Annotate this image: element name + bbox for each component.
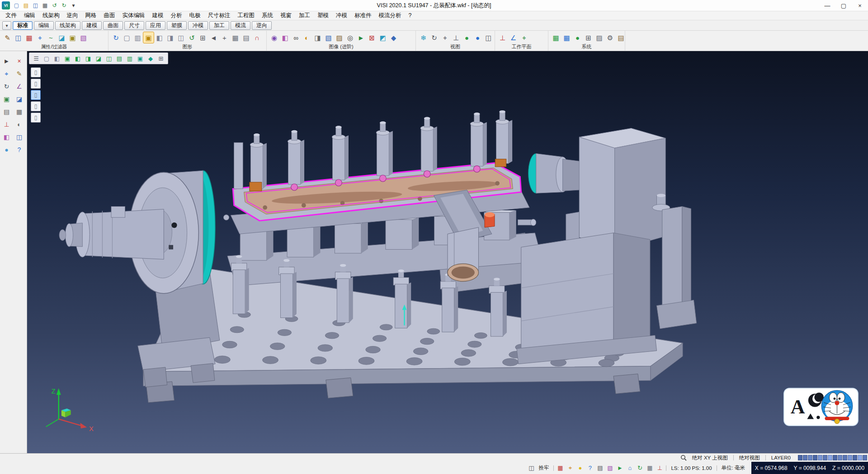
viewport-menu-icon[interactable]: ☰ [31,54,41,63]
menu-item-mesh[interactable]: 网格 [82,11,100,20]
zoom-previous-icon[interactable]: ◄ [208,32,219,43]
open-file-icon[interactable]: ▤ [22,1,30,10]
menu-item-molding[interactable]: 塑模 [314,11,332,20]
layer-swatch-9[interactable] [843,455,847,460]
shade-tool-icon[interactable]: ◐ [14,119,25,130]
shaded-display-icon[interactable]: ▣ [143,32,154,43]
tab-standard[interactable]: 标准 [13,21,33,30]
view-align-icon[interactable]: ⌖ [440,32,450,43]
grid-status-icon[interactable]: ▦ [645,464,654,473]
pan-view-icon[interactable]: + [219,32,230,43]
menu-item-modeling[interactable]: 建模 [149,11,167,20]
lock-toggle-label[interactable]: 拴牢 [536,465,552,471]
color-list-icon[interactable]: ▧ [605,464,614,473]
sphere-tool-icon[interactable]: ● [1,144,12,155]
window-select-icon[interactable]: ▢ [42,54,52,63]
layer-swatch-8[interactable] [838,455,842,460]
clipboard-icon[interactable]: ◫ [14,132,25,142]
zoom-icon[interactable] [680,455,687,461]
tab-apply[interactable]: 应用 [146,21,165,30]
bottom-view-icon[interactable]: ▥ [125,54,135,63]
snap-point-icon[interactable]: ⌖ [1,68,12,79]
absolute-view-button[interactable]: 绝对 XY 上视图 [689,455,731,461]
undo-icon[interactable]: ↺ [50,1,59,10]
light-icon[interactable]: ◐ [302,32,312,43]
hidden-line-icon[interactable]: ▥ [132,32,143,43]
wireframe-display-icon[interactable]: ▢ [122,32,132,43]
shading-toggle-icon[interactable]: ◧ [52,54,62,63]
shade-sphere-icon[interactable]: ● [462,32,472,43]
filter-button-1[interactable]: ▯ [31,67,41,77]
rotate-item-icon[interactable]: ↻ [1,81,12,92]
redo-icon[interactable]: ↻ [60,1,68,10]
filter-custom-icon[interactable]: ▧ [78,32,89,43]
select-icon[interactable]: ► [1,56,12,66]
filter-solids-icon[interactable]: ▣ [67,32,78,43]
layer-swatch-5[interactable] [823,455,827,460]
clip-plane-icon[interactable]: ◆ [388,32,399,43]
tab-modeling[interactable]: 建模 [82,21,102,30]
view-normal-icon[interactable]: ⊥ [451,32,461,43]
texture-icon[interactable]: ▨ [334,32,344,43]
front-view-icon[interactable]: ◧ [73,54,83,63]
toolbar-style-dropdown-icon[interactable]: ▾ [2,21,11,30]
measure-angle-icon[interactable]: ∠ [14,81,25,92]
menu-item-drawing[interactable]: 工程图 [234,11,259,20]
right-view-icon[interactable]: ◪ [94,54,104,63]
background-icon[interactable]: ▧ [323,32,334,43]
filter-surfaces-icon[interactable]: ◪ [57,32,67,43]
attribute-table-icon[interactable]: ▤ [241,32,251,43]
menu-item-standard-parts[interactable]: 标准件 [351,11,375,20]
attribute-copy-icon[interactable]: ◫ [13,32,24,43]
menu-item-system[interactable]: 系统 [258,11,277,20]
help-prompt-icon[interactable]: ? [585,464,594,473]
layer-swatch-4[interactable] [818,455,822,460]
system-sphere-icon[interactable]: ● [572,32,583,43]
back-view-icon[interactable]: ▤ [114,54,124,63]
view-manager-icon[interactable]: ◫ [483,32,494,43]
filter-button-3[interactable]: ▯ [31,90,41,100]
osnap-icon[interactable]: ⌖ [566,464,575,473]
view-orientation-icon[interactable]: ❄ [418,32,429,43]
fit-view-icon[interactable]: ⊞ [156,54,166,63]
view-mode-button[interactable]: 绝对视图 [736,455,764,461]
workplane-set-icon[interactable]: ⊥ [497,32,508,43]
clamp-lock-icon[interactable]: ◫ [527,464,536,473]
close-button[interactable]: × [852,0,868,11]
active-layer-button[interactable]: LAYER0 [768,455,794,460]
tab-machining[interactable]: 加工 [209,21,229,30]
menu-item-stamping[interactable]: 冲模 [332,11,351,20]
new-file-icon[interactable]: ▢ [12,1,21,10]
menu-item-solid-edit[interactable]: 实体编辑 [119,11,149,20]
refresh-status-icon[interactable]: ↻ [635,464,644,473]
tab-plastic-mold[interactable]: 塑膜 [167,21,187,30]
menu-item-reverse[interactable]: 逆向 [63,11,82,20]
sketch-edit-icon[interactable]: ✎ [14,68,25,79]
stereo-view-icon[interactable]: ∞ [291,32,301,43]
qat-dropdown-icon[interactable]: ▾ [69,1,78,10]
scale-readout[interactable]: LS: 1.00 PS: 1.00 [668,465,714,471]
filter-button-4[interactable]: ▯ [31,101,41,111]
multi-view-icon[interactable]: ◫ [176,32,186,43]
layer-swatch-10[interactable] [848,455,852,460]
system-settings-icon[interactable]: ▦ [551,32,561,43]
render-sphere-icon[interactable]: ● [472,32,483,43]
menu-item-machining[interactable]: 加工 [295,11,314,20]
snapshot-icon[interactable]: ⊠ [367,32,377,43]
filter-button-2[interactable]: ▯ [31,79,41,89]
attribute-edit-icon[interactable]: ✎ [2,32,13,43]
hatch-settings-icon[interactable]: ▨ [594,32,604,43]
layer-swatch-7[interactable] [833,455,837,460]
layer-swatch-0[interactable] [798,455,802,460]
redraw-icon[interactable]: ↻ [111,32,121,43]
maximize-button[interactable]: ▢ [835,0,852,11]
save-file-icon[interactable]: ◫ [31,1,40,10]
left-view-icon[interactable]: ◫ [104,54,114,63]
dynamic-view-icon[interactable]: ◆ [146,54,156,63]
layer-swatch-3[interactable] [813,455,817,460]
filter-points-icon[interactable]: ⌖ [35,32,45,43]
calculator-icon[interactable]: ⊞ [583,32,594,43]
units-readout[interactable]: 单位: 毫米 [719,465,748,471]
menu-item-help[interactable]: ? [405,11,415,20]
viewport-3d-scene[interactable]: Z X A [27,51,868,453]
